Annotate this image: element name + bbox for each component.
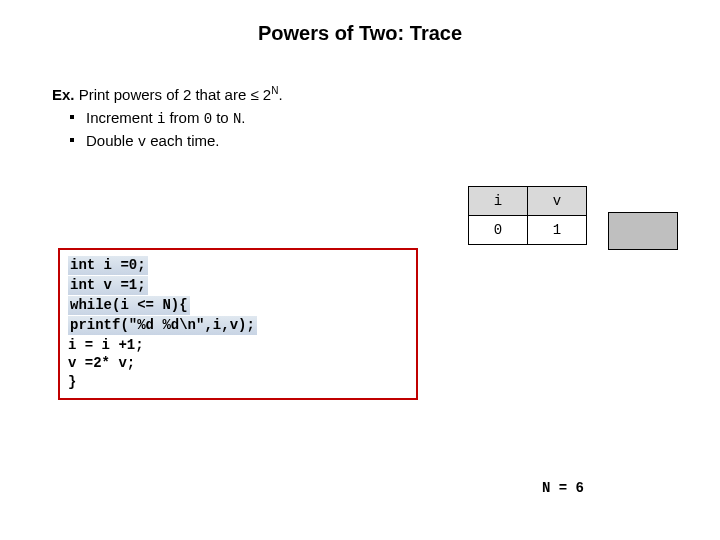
bullet-2: Double v each time. — [70, 130, 668, 153]
code-line-7: } — [68, 373, 408, 392]
code-line-1: int i =0; — [68, 256, 408, 276]
leq-symbol: ≤ — [250, 86, 258, 103]
code-l3b: (i <= N){ — [112, 297, 188, 313]
example-line: Ex. Print powers of 2 that are ≤ 2N. — [52, 85, 668, 103]
code-line-3: while(i <= N){ — [68, 296, 408, 316]
code-l2b: v =1; — [95, 277, 145, 293]
b1-code2: 0 — [204, 111, 212, 127]
b2-mid: each time. — [146, 132, 219, 149]
b1-mid: from — [165, 109, 203, 126]
col-v-header: v — [528, 187, 587, 216]
code-line-5: i = i +1; — [68, 336, 408, 355]
code-line-6: v =2* v; — [68, 354, 408, 373]
n-value-label: N = 6 — [542, 480, 584, 496]
cell-v-0: 1 — [528, 216, 587, 245]
slide-title: Powers of Two: Trace — [0, 0, 720, 45]
code-l1b: i =0; — [95, 257, 145, 273]
table-row: 0 1 — [469, 216, 587, 245]
b2-pre: Double — [86, 132, 138, 149]
b1-pre: Increment — [86, 109, 157, 126]
kw-int-1: int — [70, 257, 95, 273]
code-line-4: printf("%d %d\n",i,v); — [68, 316, 408, 336]
ex-label: Ex. — [52, 86, 75, 103]
trace-table: i v 0 1 — [468, 186, 587, 245]
col-i-header: i — [469, 187, 528, 216]
base: 2 — [263, 86, 271, 103]
b1-mid2: to — [212, 109, 233, 126]
bullet-1: Increment i from 0 to N. — [70, 107, 668, 130]
table-header-row: i v — [469, 187, 587, 216]
code-line-2: int v =1; — [68, 276, 408, 296]
gray-output-block — [608, 212, 678, 250]
content-block: Ex. Print powers of 2 that are ≤ 2N. Inc… — [52, 85, 668, 152]
kw-int-2: int — [70, 277, 95, 293]
ex-period: . — [278, 86, 282, 103]
bullet-list: Increment i from 0 to N. Double v each t… — [70, 107, 668, 152]
b1-post: . — [241, 109, 245, 126]
kw-while: while — [70, 297, 112, 313]
b2-code1: v — [138, 134, 146, 150]
cell-i-0: 0 — [469, 216, 528, 245]
ex-text: Print powers of 2 that are — [79, 86, 251, 103]
code-box: int i =0; int v =1; while(i <= N){ print… — [58, 248, 418, 400]
